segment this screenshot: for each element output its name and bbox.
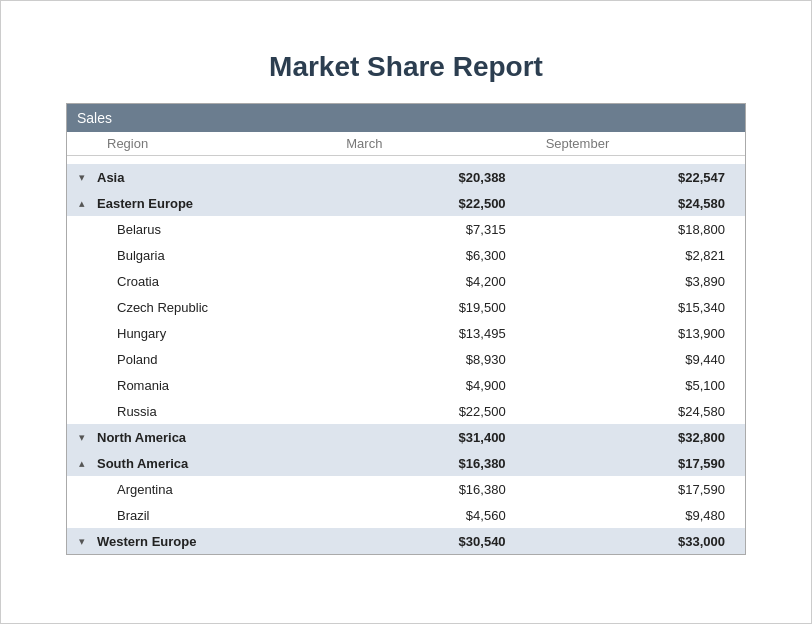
march-cell: $22,500: [346, 196, 545, 211]
march-cell: $8,930: [346, 352, 545, 367]
col-header-september: September: [546, 136, 745, 151]
sub-row: Brazil$4,560$9,480: [67, 502, 745, 528]
september-cell: $17,590: [546, 456, 745, 471]
march-cell: $16,380: [346, 482, 545, 497]
september-cell: $15,340: [546, 300, 745, 315]
region-cell: Romania: [97, 375, 346, 396]
september-cell: $32,800: [546, 430, 745, 445]
september-cell: $13,900: [546, 326, 745, 341]
region-cell: Brazil: [97, 505, 346, 526]
toggle-icon[interactable]: ▾: [67, 171, 97, 184]
region-cell: Czech Republic: [97, 297, 346, 318]
march-cell: $19,500: [346, 300, 545, 315]
sub-row: Hungary$13,495$13,900: [67, 320, 745, 346]
march-cell: $6,300: [346, 248, 545, 263]
sub-row: Bulgaria$6,300$2,821: [67, 242, 745, 268]
group-row[interactable]: ▾Asia$20,388$22,547: [67, 164, 745, 190]
region-cell: Bulgaria: [97, 245, 346, 266]
region-cell: South America: [97, 453, 346, 474]
toggle-icon[interactable]: ▴: [67, 457, 97, 470]
region-cell: Eastern Europe: [97, 193, 346, 214]
september-cell: $33,000: [546, 534, 745, 549]
september-cell: $18,800: [546, 222, 745, 237]
sub-row: Romania$4,900$5,100: [67, 372, 745, 398]
col-header-region: Region: [67, 136, 346, 151]
data-rows: ▾Asia$20,388$22,547▴Eastern Europe$22,50…: [67, 164, 745, 554]
march-cell: $22,500: [346, 404, 545, 419]
march-cell: $4,900: [346, 378, 545, 393]
region-cell: Belarus: [97, 219, 346, 240]
region-cell: Asia: [97, 167, 346, 188]
region-cell: Argentina: [97, 479, 346, 500]
march-cell: $31,400: [346, 430, 545, 445]
september-cell: $17,590: [546, 482, 745, 497]
toggle-icon[interactable]: ▾: [67, 535, 97, 548]
region-cell: Russia: [97, 401, 346, 422]
page-title: Market Share Report: [21, 51, 791, 83]
september-cell: $22,547: [546, 170, 745, 185]
sub-row: Czech Republic$19,500$15,340: [67, 294, 745, 320]
column-headers: Region March September: [67, 132, 745, 156]
march-cell: $4,200: [346, 274, 545, 289]
march-cell: $13,495: [346, 326, 545, 341]
september-cell: $5,100: [546, 378, 745, 393]
march-cell: $30,540: [346, 534, 545, 549]
sub-row: Argentina$16,380$17,590: [67, 476, 745, 502]
region-cell: Western Europe: [97, 531, 346, 552]
report-table: Sales Region March September ▾Asia$20,38…: [66, 103, 746, 555]
march-cell: $4,560: [346, 508, 545, 523]
toggle-icon[interactable]: ▾: [67, 431, 97, 444]
group-row[interactable]: ▾North America$31,400$32,800: [67, 424, 745, 450]
region-cell: North America: [97, 427, 346, 448]
march-cell: $7,315: [346, 222, 545, 237]
sub-row: Belarus$7,315$18,800: [67, 216, 745, 242]
sub-row: Russia$22,500$24,580: [67, 398, 745, 424]
toggle-icon[interactable]: ▴: [67, 197, 97, 210]
september-cell: $24,580: [546, 196, 745, 211]
march-cell: $16,380: [346, 456, 545, 471]
september-cell: $3,890: [546, 274, 745, 289]
group-row[interactable]: ▴Eastern Europe$22,500$24,580: [67, 190, 745, 216]
september-cell: $2,821: [546, 248, 745, 263]
sub-row: Poland$8,930$9,440: [67, 346, 745, 372]
region-cell: Poland: [97, 349, 346, 370]
september-cell: $9,480: [546, 508, 745, 523]
region-cell: Hungary: [97, 323, 346, 344]
march-cell: $20,388: [346, 170, 545, 185]
sub-row: Croatia$4,200$3,890: [67, 268, 745, 294]
col-header-march: March: [346, 136, 545, 151]
group-row[interactable]: ▾Western Europe$30,540$33,000: [67, 528, 745, 554]
september-cell: $9,440: [546, 352, 745, 367]
september-cell: $24,580: [546, 404, 745, 419]
group-row[interactable]: ▴South America$16,380$17,590: [67, 450, 745, 476]
region-cell: Croatia: [97, 271, 346, 292]
sales-header: Sales: [67, 104, 745, 132]
